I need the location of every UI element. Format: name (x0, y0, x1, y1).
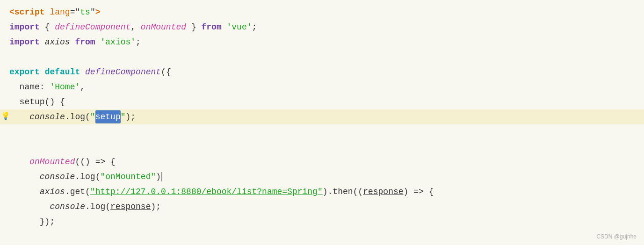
console-italic3: console (50, 200, 85, 214)
axios-italic: axios (40, 185, 65, 199)
tag-close: > (95, 6, 101, 19)
console-italic: console (29, 110, 65, 124)
str-onMounted: "onMounted" (100, 170, 156, 184)
code-line-2: import { defineComponent, onMounted } fr… (0, 20, 644, 35)
kw-default: default (45, 65, 80, 79)
str-axios: 'axios' (100, 36, 136, 49)
str-token: ts (80, 6, 90, 19)
str-vue: 'vue' (227, 21, 252, 34)
str-quote-close: " (121, 110, 126, 124)
code-line-11: onMounted(() => { (0, 154, 644, 169)
code-line-10 (0, 139, 644, 154)
code-line-3: import axios from 'axios'; (0, 35, 644, 50)
fn-defineComponent: defineComponent (55, 21, 130, 34)
code-line-5: export default defineComponent({ (0, 65, 644, 79)
kw-from2: from (75, 36, 95, 49)
axios-name: axios (45, 36, 70, 49)
response-param: response (363, 185, 403, 199)
code-line-6: name: 'Home', (0, 79, 644, 94)
text-cursor (161, 172, 162, 181)
fn-defineComponent2: defineComponent (85, 65, 161, 79)
kw-import2: import (9, 36, 40, 49)
console-italic2: console (40, 170, 75, 184)
response-var: response (110, 200, 151, 214)
watermark: CSDN @gujnhe (596, 232, 637, 241)
code-line-12: console.log("onMounted") (0, 169, 644, 184)
kw-from: from (201, 21, 221, 34)
attr-token: lang (50, 6, 70, 19)
code-line-1: <script lang="ts"> (0, 5, 644, 20)
str-quote-open: " (90, 110, 95, 124)
code-line-13: axios.get("http://127.0.0.1:8880/ebook/l… (0, 184, 644, 199)
tag-token: <script (9, 6, 45, 19)
kw-export: export (9, 65, 40, 79)
code-editor: <script lang="ts"> import { defineCompon… (0, 0, 644, 245)
code-line-8: 💡 console.log("setup"); (0, 109, 644, 124)
code-line-14: console.log(response); (0, 199, 644, 214)
code-line-9 (0, 124, 644, 139)
code-line-7: setup() { (0, 94, 644, 109)
kw-import: import (9, 21, 40, 34)
fn-onMounted: onMounted (141, 21, 186, 34)
code-line-4 (0, 50, 644, 65)
str-url: "http://127.0.0.1:8880/ebook/list?name=S… (90, 185, 323, 199)
str-home: 'Home' (50, 80, 80, 94)
bulb-icon[interactable]: 💡 (1, 111, 10, 123)
selected-text: setup (95, 110, 121, 124)
code-line-15: }); (0, 214, 644, 229)
fn-onMounted2: onMounted (29, 155, 75, 169)
